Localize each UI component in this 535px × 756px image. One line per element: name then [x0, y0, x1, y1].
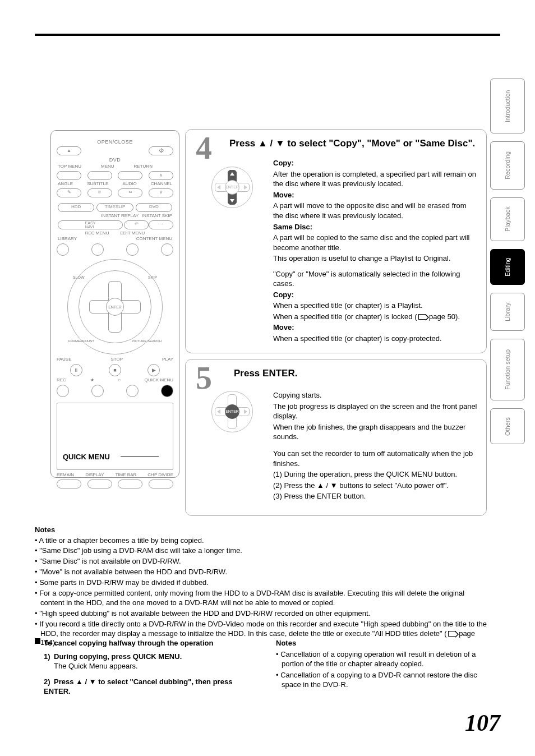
- page-ref-icon: [448, 631, 456, 637]
- btn-dvd: DVD: [136, 203, 172, 212]
- note-item: "Move" is not available between the HDD …: [35, 568, 487, 577]
- btn-stop: ■: [109, 364, 121, 376]
- btn-timebar: [118, 480, 142, 488]
- tab-recording[interactable]: Recording: [490, 141, 525, 190]
- bottom-columns: To cancel copying halfway through the op…: [35, 638, 487, 702]
- label-return: RETURN: [134, 164, 153, 170]
- enter-icon: ENTER: [225, 180, 239, 195]
- enter-icon: ENTER: [225, 404, 239, 419]
- btn-enter: ENTER: [106, 298, 124, 316]
- step5-p2: The job progress is displayed on the scr…: [273, 402, 477, 421]
- label-open-close: OPEN/CLOSE: [57, 139, 173, 145]
- label-picture-search: PICTURE SEARCH: [132, 339, 162, 343]
- btn-edit-menu: [126, 243, 139, 256]
- btn-remain: [57, 480, 81, 488]
- label-frame-adjust: FRAME/ADJUST: [68, 339, 94, 343]
- btn-power: ⏻: [149, 146, 173, 155]
- move-heading: Move:: [273, 190, 477, 200]
- btn-menu: [87, 171, 112, 180]
- copy-heading: Copy:: [273, 158, 477, 168]
- btn-timeslip: TIMESLIP: [96, 203, 133, 212]
- note-item: "High speed dubbing" is not available be…: [35, 609, 487, 619]
- label-library: LIBRARY: [58, 236, 77, 242]
- callout-quick-menu: QUICK MENU: [63, 452, 110, 462]
- step5-p4: You can set the recorder to turn off aut…: [273, 449, 477, 468]
- label-instant-replay: INSTANT REPLAY: [101, 213, 139, 219]
- label-top-menu: TOP MENU: [58, 164, 81, 170]
- label-play: PLAY: [162, 357, 173, 363]
- same-disc-heading: Same Disc:: [273, 222, 477, 232]
- btn-top-menu: [57, 171, 81, 180]
- label-slow: SLOW: [73, 275, 85, 280]
- notes-heading: Notes: [35, 525, 487, 535]
- label-content-menu: CONTENT MENU: [136, 236, 172, 242]
- btn-instant-skip: ·→: [149, 220, 173, 229]
- copy2-text-1: When a specified title (or chapter) is a…: [273, 301, 477, 311]
- dpad: SLOW SKIP FRAME/ADJUST PICTURE SEARCH EN…: [67, 259, 163, 354]
- label-timebar: TIME BAR: [115, 472, 136, 478]
- dpad-icon-enter: ENTER: [211, 391, 253, 432]
- label-dvd: DVD: [57, 156, 173, 163]
- label-menu: MENU: [101, 164, 114, 170]
- copy-text: After the operation is completed, a spec…: [273, 169, 477, 189]
- btn-rec-menu: [91, 243, 104, 256]
- label-instant-skip: INSTANT SKIP: [142, 213, 172, 219]
- label-stop: STOP: [111, 357, 123, 363]
- label-subtitle: SUBTITLE: [87, 181, 108, 187]
- cancel-section: To cancel copying halfway through the op…: [35, 638, 253, 702]
- btn-quick-menu: [161, 385, 173, 397]
- step5-p1: Copying starts.: [273, 390, 477, 400]
- page-ref-icon: [418, 314, 426, 320]
- move2-heading: Move:: [273, 322, 477, 333]
- label-skip: SKIP: [148, 275, 157, 280]
- same-disc-text-1: A part will be copied to the same disc a…: [273, 233, 477, 252]
- cancel-step-1: 1)During copying, press QUICK MENU.The Q…: [44, 652, 253, 671]
- btn-return: [118, 171, 142, 180]
- note-item: For a copy-once permitted content, only …: [35, 589, 487, 608]
- tab-playback[interactable]: Playback: [490, 197, 525, 241]
- label-remain: REMAIN: [57, 472, 74, 478]
- step-5: 5 Press ENTER. ENTER Copying starts. The…: [185, 359, 487, 516]
- tab-function-setup[interactable]: Function setup: [490, 339, 525, 400]
- btn-rec: [57, 385, 69, 397]
- btn-subtitle: ⎚: [87, 188, 112, 197]
- label-rec-menu: REC MENU: [85, 231, 109, 237]
- move2-text: When a specified title (or chapter) is c…: [273, 334, 477, 344]
- btn-chp-divide: [149, 480, 173, 488]
- notes2-heading: Notes: [276, 638, 487, 648]
- same-disc-text-2: This operation is useful to change a Pla…: [273, 253, 477, 264]
- notes2-section: Notes Cancellation of a copying operatio…: [276, 638, 487, 702]
- label-channel: CHANNEL: [151, 181, 172, 187]
- label-rec: REC: [57, 377, 66, 384]
- tab-others[interactable]: Others: [490, 408, 525, 444]
- copy2-heading: Copy:: [273, 290, 477, 300]
- btn-eject: ▲: [57, 146, 81, 155]
- btn-instant-replay: ↶: [124, 220, 149, 229]
- header-rule: [35, 34, 500, 36]
- tab-introduction[interactable]: Introduction: [490, 79, 525, 133]
- step5-l2: (2) Press the ▲ / ▼ buttons to select "A…: [273, 481, 477, 491]
- step5-l1: (1) During the operation, press the QUIC…: [273, 469, 477, 480]
- label-chp-divide: CHP DIVIDE: [147, 472, 173, 478]
- dpad-icon-updown: ENTER: [211, 167, 253, 208]
- tab-editing[interactable]: Editing: [490, 249, 525, 285]
- btn-hdd: HDD: [58, 203, 94, 212]
- btn-play: ▶: [147, 364, 160, 376]
- step5-p3: When the job finishes, the graph disappe…: [273, 422, 477, 442]
- label-angle: ANGLE: [58, 181, 73, 187]
- cancel-title: To cancel copying halfway through the op…: [44, 638, 213, 648]
- note-item: A title or a chapter becomes a title by …: [35, 536, 487, 546]
- btn-easy-navi: EASYNAVI: [58, 220, 123, 229]
- btn-down: ∨: [149, 188, 173, 197]
- note2-item: Cancellation of a copying to a DVD-R can…: [276, 670, 487, 690]
- label-edit-menu: EDIT MENU: [120, 231, 145, 237]
- tab-library[interactable]: Library: [490, 293, 525, 331]
- page-number: 107: [465, 707, 500, 739]
- label-quick-menu: QUICK MENU: [145, 377, 173, 384]
- btn-angle: ✎: [57, 188, 81, 197]
- step5-l3: (3) Press the ENTER button.: [273, 491, 477, 501]
- copy2-text-2: When a specified title (or chapter) is l…: [273, 312, 477, 322]
- square-bullet-icon: [35, 638, 40, 644]
- notes-section: Notes A title or a chapter becomes a tit…: [35, 525, 487, 649]
- btn-extend: [126, 385, 139, 397]
